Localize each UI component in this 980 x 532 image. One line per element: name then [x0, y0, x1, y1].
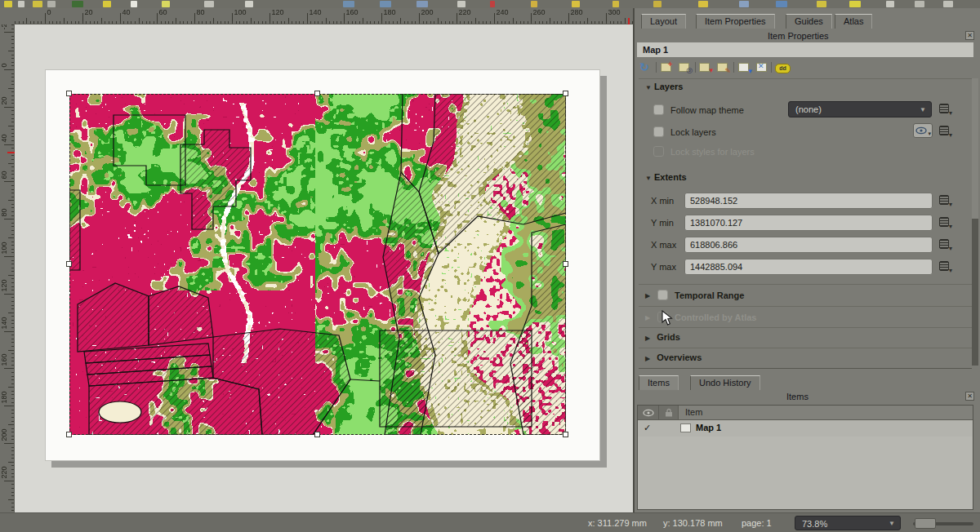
- tab-label: Item Properties: [705, 16, 766, 26]
- mouse-cursor: [662, 310, 676, 326]
- lock-layers-checkbox[interactable]: [653, 126, 664, 137]
- lock-layers-label: Lock layers: [670, 127, 716, 137]
- xmin-input[interactable]: 528948.152: [684, 193, 933, 209]
- temporal-range-section[interactable]: ▶: [645, 290, 650, 299]
- eye-icon: [915, 126, 927, 135]
- expand-arrow-icon[interactable]: ▶: [645, 335, 650, 342]
- close-panel-icon[interactable]: ✕: [965, 31, 974, 40]
- ymax-input[interactable]: 1442885.094: [684, 259, 933, 275]
- overviews-section[interactable]: ▶ Overviews: [645, 352, 702, 362]
- toolbar-icon-fragment: [380, 1, 391, 7]
- selection-handle[interactable]: [563, 432, 568, 437]
- item-row-label[interactable]: Map 1: [696, 423, 721, 432]
- map-theme-select[interactable]: (none)▼: [788, 101, 932, 117]
- zoom-slider-handle[interactable]: [915, 518, 936, 529]
- toolbar-separator: [771, 62, 772, 73]
- status-page-indicator: page: 1: [742, 518, 772, 528]
- grids-section[interactable]: ▶ Grids: [645, 332, 680, 342]
- xmin-data-defined-button[interactable]: [939, 194, 952, 206]
- extents-section-header[interactable]: ▼ Extents: [645, 172, 687, 182]
- divider: [639, 368, 972, 369]
- selection-handle[interactable]: [314, 432, 320, 437]
- expand-arrow-icon[interactable]: ▶: [645, 355, 650, 362]
- selection-handle[interactable]: [66, 432, 72, 437]
- labeling-settings-icon[interactable]: ▾: [738, 61, 751, 73]
- update-map-preview-icon[interactable]: ↻: [639, 61, 652, 73]
- divider: [639, 348, 972, 348]
- tab-label: Atlas: [844, 16, 863, 26]
- map-item[interactable]: [69, 94, 566, 435]
- selection-handle[interactable]: [563, 91, 568, 96]
- tab-items[interactable]: Items: [639, 375, 679, 390]
- tab-item-properties[interactable]: Item Properties: [696, 14, 775, 29]
- close-items-panel-icon[interactable]: ✕: [965, 392, 974, 401]
- items-panel-title: Items: [786, 392, 808, 401]
- tab-guides[interactable]: Guides: [786, 14, 832, 29]
- vertical-ruler: [0, 24, 15, 512]
- toolbar-icon-fragment: [131, 1, 137, 7]
- toolbar-icon-fragment: [849, 1, 861, 7]
- status-y-coordinate: y: 130.178 mm: [663, 518, 723, 528]
- toolbar-icon-fragment: [531, 1, 537, 7]
- selection-handle[interactable]: [314, 91, 320, 96]
- tab-label: Undo History: [699, 378, 751, 388]
- ruler-corner: [0, 8, 16, 25]
- xmax-input[interactable]: 618806.866: [684, 237, 933, 253]
- panel-scrollbar-thumb[interactable]: [972, 78, 978, 219]
- layers-section-header[interactable]: ▼ Layers: [645, 82, 683, 91]
- zoom-level-select[interactable]: 73.8%▼: [795, 516, 901, 530]
- lock-layers-eye-button[interactable]: ▾: [913, 123, 933, 138]
- interactive-edit-extent-icon[interactable]: ✎: [717, 61, 729, 73]
- toolbar-separator: [656, 62, 657, 73]
- toolbar-icon-fragment: [72, 1, 83, 7]
- toolbar-icon-fragment: [943, 1, 953, 7]
- ymin-label: Y min: [651, 218, 674, 228]
- visibility-column-header: [638, 406, 659, 419]
- expand-arrow-icon: ▶: [645, 314, 650, 321]
- ymin-data-defined-button[interactable]: [939, 216, 952, 228]
- expand-arrow-icon[interactable]: ▶: [645, 292, 650, 299]
- lock-column-header: [659, 406, 679, 419]
- tab-atlas[interactable]: Atlas: [835, 14, 872, 29]
- tab-layout-props[interactable]: Layout: [641, 14, 686, 29]
- vertical-ruler-canvas: [0, 24, 15, 512]
- selection-handle[interactable]: [66, 91, 72, 96]
- view-extent-in-canvas-icon[interactable]: ◎: [679, 61, 691, 73]
- toolbar-icon-fragment: [653, 1, 662, 7]
- extents-header-label: Extents: [654, 172, 687, 182]
- layers-header-label: Layers: [654, 82, 683, 91]
- overviews-label: Overviews: [657, 352, 702, 362]
- clipping-settings-icon[interactable]: ✕: [756, 61, 768, 73]
- selection-handle[interactable]: [563, 261, 568, 267]
- selection-handle[interactable]: [66, 261, 72, 267]
- visibility-check-icon[interactable]: ✓: [644, 423, 651, 433]
- panel-title: Item Properties: [768, 31, 829, 41]
- ymax-data-defined-button[interactable]: [939, 260, 952, 273]
- divider: [639, 284, 972, 285]
- toolbar-separator: [695, 62, 696, 73]
- tab-undo-history[interactable]: Undo History: [690, 375, 760, 390]
- status-bar: x: 311.279 mm y: 130.178 mm page: 1 73.8…: [0, 512, 980, 532]
- ymin-input[interactable]: 1381070.127: [684, 215, 933, 231]
- toolbar-icon-fragment: [739, 1, 749, 7]
- follow-map-theme-checkbox[interactable]: [653, 104, 664, 115]
- qgis-layout-designer-window: Layout Item Properties Guides Atlas Item…: [0, 0, 980, 532]
- toolbar-icon-fragment: [490, 1, 495, 7]
- follow-map-theme-label: Follow map theme: [670, 105, 744, 115]
- lock-layers-data-defined-button[interactable]: [939, 125, 952, 137]
- toolbar-icon-fragment: [343, 1, 354, 7]
- theme-data-defined-button[interactable]: [939, 103, 952, 115]
- toolbar-icon-fragment: [18, 1, 24, 7]
- temporal-range-checkbox[interactable]: [657, 290, 668, 300]
- tab-label: Items: [648, 378, 670, 388]
- zoom-level-value: 73.8%: [802, 519, 827, 529]
- item-row-map1[interactable]: ✓ Map 1: [638, 420, 973, 437]
- item-column-header: Item: [685, 407, 702, 417]
- data-defined-override-icon[interactable]: dd: [775, 64, 791, 73]
- set-map-canvas-extent-icon[interactable]: ＋: [661, 61, 673, 73]
- toolbar-icon-fragment: [416, 1, 428, 7]
- xmax-data-defined-button[interactable]: [939, 238, 952, 250]
- horizontal-ruler-canvas: [15, 8, 633, 24]
- set-map-scale-icon[interactable]: ▾: [699, 61, 711, 73]
- lock-icon: [665, 408, 673, 417]
